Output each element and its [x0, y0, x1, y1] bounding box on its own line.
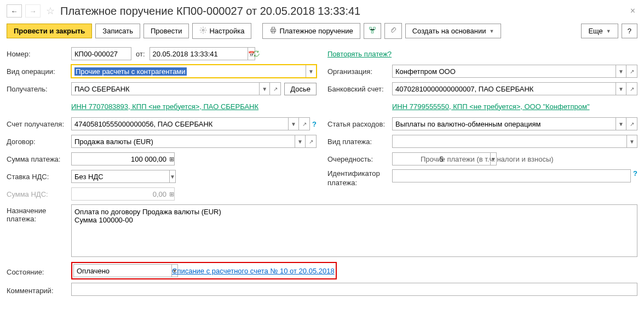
- recipient-dropdown[interactable]: ▼: [259, 82, 270, 95]
- print-payment-button[interactable]: Платежное поручение: [262, 23, 360, 39]
- header: ← → ☆ Платежное поручение КП00-000027 от…: [7, 4, 637, 18]
- org-label: Организация:: [327, 67, 392, 76]
- refresh-icon[interactable]: [252, 50, 260, 58]
- forward-button[interactable]: →: [25, 4, 41, 18]
- help-icon[interactable]: ?: [312, 120, 317, 128]
- right-column: Повторять платеж? Организация: ▼ ↗ Банко…: [327, 47, 637, 204]
- recipient-label: Получатель:: [7, 85, 71, 93]
- submit-close-button[interactable]: Провести и закрыть: [7, 24, 92, 38]
- op-type-dropdown[interactable]: ▼: [306, 65, 317, 78]
- svg-rect-4: [369, 27, 371, 30]
- amount-label: Сумма платежа:: [7, 155, 71, 163]
- amount-input[interactable]: [71, 152, 169, 165]
- submit-button[interactable]: Провести: [143, 24, 189, 38]
- attach-button[interactable]: [384, 23, 402, 39]
- vat-sum-label: Сумма НДС:: [7, 190, 71, 198]
- save-button[interactable]: Записать: [95, 24, 140, 38]
- svg-rect-5: [373, 27, 375, 30]
- comment-input[interactable]: [71, 283, 637, 296]
- create-based-button[interactable]: Создать на основании ▼: [405, 24, 502, 38]
- recipient-acc-open[interactable]: ↗: [299, 117, 310, 130]
- arrow-right-icon: →: [30, 7, 37, 15]
- pay-id-input[interactable]: [392, 169, 631, 182]
- contract-dropdown[interactable]: ▼: [295, 135, 306, 148]
- contract-label: Договор:: [7, 138, 71, 146]
- page-title: Платежное поручение КП00-000027 от 20.05…: [60, 5, 625, 18]
- create-based-group: Создать на основании ▼: [405, 24, 502, 38]
- chevron-down-icon: ▼: [606, 28, 611, 34]
- toolbar: Провести и закрыть Записать Провести Нас…: [7, 23, 637, 39]
- status-label: Состояние:: [7, 266, 71, 276]
- from-label: от:: [136, 50, 145, 58]
- recipient-acc-dropdown[interactable]: ▼: [288, 117, 299, 130]
- svg-point-0: [203, 29, 205, 31]
- priority-label: Очередность:: [327, 155, 392, 163]
- number-input[interactable]: [71, 47, 131, 60]
- org-input[interactable]: [392, 65, 616, 78]
- priority-hint: Прочие платежи (в т.ч. налоги и взносы): [421, 155, 554, 163]
- purpose-label: Назначение платежа:: [7, 204, 71, 223]
- svg-rect-2: [272, 27, 275, 30]
- back-button[interactable]: ←: [7, 4, 22, 18]
- star-icon[interactable]: ☆: [46, 5, 55, 17]
- recipient-input[interactable]: [71, 82, 259, 95]
- bank-acc-open[interactable]: ↗: [626, 82, 637, 95]
- vat-rate-label: Ставка НДС:: [7, 173, 71, 181]
- pay-type-dropdown[interactable]: ▼: [626, 135, 637, 148]
- purpose-textarea[interactable]: [71, 204, 637, 257]
- contract-input[interactable]: [71, 135, 295, 148]
- recipient-acc-label: Счет получателя:: [7, 120, 71, 128]
- dossier-button[interactable]: Досье: [284, 83, 317, 95]
- bank-acc-label: Банковский счет:: [327, 85, 392, 93]
- gear-icon: [199, 26, 207, 36]
- contract-open[interactable]: ↗: [306, 135, 317, 148]
- more-button[interactable]: Еще ▼: [581, 24, 618, 38]
- repeat-payment-link[interactable]: Повторять платеж?: [327, 50, 392, 58]
- op-type-select[interactable]: Прочие расчеты с контрагентами: [71, 65, 306, 78]
- pay-id-label: Идентификатор платежа:: [327, 169, 392, 188]
- structure-button[interactable]: [364, 23, 381, 39]
- recipient-acc-input[interactable]: [71, 117, 288, 130]
- expense-open[interactable]: ↗: [626, 117, 637, 130]
- calc-button[interactable]: ⊞: [169, 152, 175, 165]
- recipient-details-link[interactable]: ИНН 7707083893, КПП <не требуется>, ПАО …: [71, 102, 258, 111]
- status-highlight: ▼ Списание с расчетного счета № 10 от 20…: [71, 262, 337, 279]
- expense-label: Статья расходов:: [327, 120, 392, 128]
- svg-rect-6: [371, 31, 373, 33]
- printer-icon: [269, 26, 277, 36]
- date-input[interactable]: [150, 47, 248, 60]
- left-column: Номер: от: 📅 Вид операции: Прочие расчет…: [7, 47, 317, 204]
- vat-rate-select[interactable]: [71, 170, 169, 183]
- arrow-left-icon: ←: [11, 7, 18, 15]
- number-label: Номер:: [7, 50, 71, 58]
- status-select[interactable]: [73, 264, 171, 277]
- org-dropdown[interactable]: ▼: [616, 65, 626, 78]
- vat-rate-dropdown[interactable]: ▼: [169, 170, 176, 183]
- op-type-label: Вид операции:: [7, 67, 71, 76]
- pay-type-select[interactable]: [392, 135, 626, 148]
- calc-icon: ⊞: [169, 187, 175, 201]
- vat-sum-input: [71, 187, 169, 201]
- bank-acc-dropdown[interactable]: ▼: [616, 82, 626, 95]
- expense-dropdown[interactable]: ▼: [616, 117, 626, 130]
- recipient-open[interactable]: ↗: [270, 82, 281, 95]
- calculator-icon: ⊞: [169, 156, 174, 163]
- settings-button[interactable]: Настройка: [192, 23, 251, 39]
- purpose-row: Назначение платежа:: [7, 204, 637, 259]
- help-button[interactable]: ?: [622, 24, 637, 38]
- org-open[interactable]: ↗: [626, 65, 637, 78]
- writeoff-link[interactable]: Списание с расчетного счета № 10 от 20.0…: [172, 267, 335, 275]
- org-details-link[interactable]: ИНН 7799555550, КПП <не требуется>, ООО …: [392, 102, 590, 111]
- bank-acc-input[interactable]: [392, 82, 616, 95]
- chevron-down-icon: ▼: [490, 28, 495, 34]
- close-button[interactable]: ×: [628, 6, 637, 16]
- paperclip-icon: [389, 26, 397, 36]
- pay-type-label: Вид платежа:: [327, 138, 392, 146]
- help-icon[interactable]: ?: [633, 169, 637, 178]
- hierarchy-icon: [369, 26, 376, 36]
- comment-label: Комментарий:: [7, 284, 71, 295]
- expense-input[interactable]: [392, 117, 616, 130]
